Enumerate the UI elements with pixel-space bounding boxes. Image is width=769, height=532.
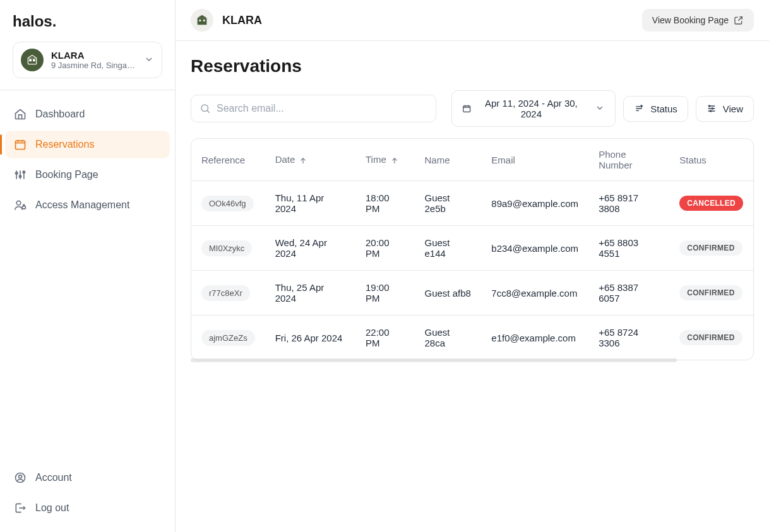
search-icon [200,103,211,114]
status-filter-button[interactable]: Status [623,96,688,122]
svg-rect-3 [16,141,25,149]
reference-pill: MI0Xzykc [201,240,252,256]
status-badge: CONFIRMED [679,330,742,345]
button-label: View Booking Page [652,15,729,25]
col-time[interactable]: Time [355,139,415,181]
chevron-down-icon [595,103,605,115]
cell-time: 19:00 PM [355,271,415,316]
sort-asc-icon [299,157,307,165]
svg-rect-1 [30,59,32,61]
cell-date: Wed, 24 Apr 2024 [265,226,355,271]
view-columns-button[interactable]: View [696,96,754,122]
reservations-table: Reference Date Time Name Email Phone Num… [191,138,754,360]
col-status[interactable]: Status [669,139,753,181]
cell-name: Guest 2e5b [415,181,482,226]
table-row[interactable]: r77c8eXrThu, 25 Apr 202419:00 PMGuest af… [191,271,753,316]
nav-label: Dashboard [35,109,85,120]
org-name: KLARA [51,50,136,61]
user-lock-icon [14,199,27,211]
topbar-org-avatar [191,9,213,32]
col-name[interactable]: Name [415,139,482,181]
cell-time: 22:00 PM [355,316,415,360]
cell-name: Guest e144 [415,226,482,271]
reference-pill: r77c8eXr [201,285,250,301]
table-row[interactable]: MI0XzykcWed, 24 Apr 202420:00 PMGuest e1… [191,226,753,271]
cell-email: e1f0@example.com [481,316,588,360]
table-row[interactable]: OOk46vfgThu, 11 Apr 202418:00 PMGuest 2e… [191,181,753,226]
date-range-label: Apr 11, 2024 - Apr 30, 2024 [479,98,584,119]
svg-rect-13 [203,20,205,21]
brand-logo: halos. [13,13,162,30]
nav-dashboard[interactable]: Dashboard [5,100,170,128]
cell-name: Guest afb8 [415,271,482,316]
cell-time: 20:00 PM [355,226,415,271]
status-badge: CANCELLED [679,196,743,211]
col-phone[interactable]: Phone Number [588,139,669,181]
reference-pill: ajmGZeZs [201,330,255,346]
home-icon [14,108,27,121]
nav-account[interactable]: Account [5,464,170,492]
chevron-down-icon [144,54,154,66]
topbar-title: KLARA [222,14,262,27]
nav-label: Reservations [35,139,94,150]
columns-icon [706,103,717,114]
svg-rect-2 [33,59,35,61]
cell-time: 18:00 PM [355,181,415,226]
nav-access-management[interactable]: Access Management [5,191,170,219]
cell-email: 89a9@example.com [481,181,588,226]
nav-label: Booking Page [35,169,98,180]
status-label: Status [650,103,677,114]
cell-phone: +65 8803 4551 [588,226,669,271]
date-range-button[interactable]: Apr 11, 2024 - Apr 30, 2024 [451,90,616,127]
cell-email: b234@example.com [481,226,588,271]
nav-label: Account [35,472,72,483]
view-label: View [723,103,743,114]
status-badge: CONFIRMED [679,240,742,256]
col-reference[interactable]: Reference [191,139,265,181]
status-badge: CONFIRMED [679,285,742,300]
svg-point-7 [16,201,21,205]
cell-phone: +65 8724 3306 [588,316,669,360]
nav-booking-page[interactable]: Booking Page [5,161,170,189]
nav-label: Access Management [35,199,129,211]
cell-name: Guest 28ca [415,316,482,360]
cell-email: 7cc8@example.com [481,271,588,316]
calendar-icon [462,103,471,114]
svg-point-16 [708,105,710,107]
search-input[interactable] [191,95,436,122]
svg-point-10 [19,475,22,478]
svg-rect-12 [199,20,201,21]
col-date[interactable]: Date [265,139,355,181]
svg-rect-15 [463,106,470,112]
sort-asc-icon [390,157,399,165]
horizontal-scrollbar[interactable] [191,358,677,362]
cell-date: Thu, 11 Apr 2024 [265,181,355,226]
org-selector[interactable]: KLARA 9 Jasmine Rd, Singapo... [13,42,162,78]
nav-reservations[interactable]: Reservations [5,131,170,158]
nav-label: Log out [35,502,69,514]
cell-phone: +65 8387 6057 [588,271,669,316]
reference-pill: OOk46vfg [201,196,254,211]
cell-date: Thu, 25 Apr 2024 [265,271,355,316]
svg-rect-11 [198,18,207,25]
nav-logout[interactable]: Log out [5,494,170,522]
svg-point-14 [201,105,208,112]
org-avatar-icon [21,49,44,71]
cell-phone: +65 8917 3808 [588,181,669,226]
view-booking-page-button[interactable]: View Booking Page [642,9,754,32]
table-row[interactable]: ajmGZeZsFri, 26 Apr 202422:00 PMGuest 28… [191,316,753,360]
logout-icon [14,502,27,514]
user-circle-icon [14,471,27,484]
org-address: 9 Jasmine Rd, Singapo... [51,61,136,70]
svg-point-18 [710,110,711,112]
col-email[interactable]: Email [481,139,588,181]
filter-icon [634,103,644,114]
cell-date: Fri, 26 Apr 2024 [265,316,355,360]
calendar-icon [14,138,27,151]
page-title: Reservations [191,56,754,76]
external-link-icon [734,15,744,25]
svg-point-17 [712,108,713,109]
sliders-icon [14,168,27,181]
svg-rect-8 [22,206,25,209]
